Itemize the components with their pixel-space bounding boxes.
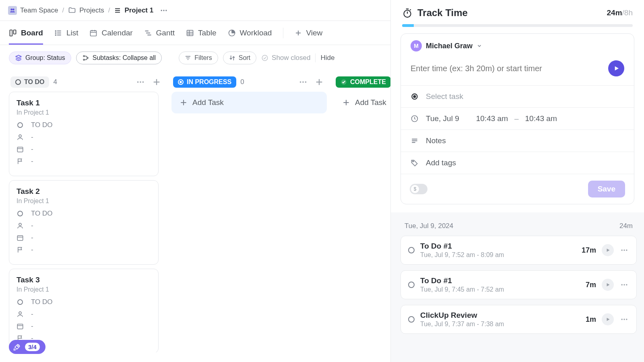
svg-point-31 bbox=[83, 59, 85, 60]
time-log-item[interactable]: ClickUp Review Tue, Jul 9, 7:37 am - 7:3… bbox=[400, 305, 637, 334]
task-date-row[interactable]: - bbox=[17, 322, 151, 330]
view-board[interactable]: Board bbox=[9, 21, 43, 45]
task-card[interactable]: Task 2 In Project 1 TO DO - - - bbox=[9, 180, 159, 265]
task-status-row[interactable]: TO DO bbox=[17, 210, 151, 218]
time-log-item[interactable]: To Do #1 Tue, Jul 9, 7:52 am - 8:09 am 1… bbox=[400, 236, 637, 265]
track-time-panel: Track Time 24m/8h M Michael Graw Select … bbox=[390, 0, 644, 362]
svg-point-32 bbox=[87, 58, 88, 59]
task-priority-row[interactable]: - bbox=[17, 157, 151, 165]
breadcrumb-project[interactable]: Project 1 bbox=[114, 6, 153, 14]
group-pill[interactable]: Group: Status bbox=[9, 51, 71, 64]
task-assignee-row[interactable]: - bbox=[17, 310, 151, 318]
rocket-icon bbox=[13, 343, 21, 351]
task-status-row[interactable]: TO DO bbox=[17, 121, 151, 129]
breadcrumb-folder[interactable]: Projects bbox=[68, 6, 104, 14]
task-status-row[interactable]: TO DO bbox=[17, 298, 151, 306]
log-play-button[interactable] bbox=[602, 279, 614, 291]
notes-row[interactable]: Notes bbox=[401, 130, 634, 152]
clock-icon bbox=[411, 115, 419, 123]
billable-toggle[interactable]: $ bbox=[410, 184, 427, 194]
add-task-label: Add Task bbox=[192, 98, 224, 107]
log-more-button[interactable] bbox=[619, 246, 629, 254]
view-gantt[interactable]: Gantt bbox=[144, 21, 175, 45]
view-add-label: View bbox=[306, 29, 322, 37]
hide-button[interactable]: Hide bbox=[320, 54, 334, 62]
time-log-area[interactable]: Tue, Jul 9, 2024 24m To Do #1 Tue, Jul 9… bbox=[391, 212, 644, 362]
svg-point-30 bbox=[83, 56, 85, 57]
onboarding-launcher[interactable]: 3/4 bbox=[9, 340, 45, 354]
task-priority-row[interactable]: - bbox=[17, 246, 151, 254]
time-range-row[interactable]: Tue, Jul 9 10:43 am – 10:43 am bbox=[401, 107, 634, 130]
view-add[interactable]: View bbox=[295, 21, 322, 45]
svg-point-50 bbox=[18, 300, 23, 304]
time-entry-card: M Michael Graw Select task Tue, Jul 9 10… bbox=[400, 33, 634, 204]
status-chip-complete[interactable]: COMPLETE bbox=[336, 76, 391, 88]
svg-point-54 bbox=[300, 81, 301, 83]
show-closed-label: Show closed bbox=[272, 54, 310, 62]
svg-rect-9 bbox=[14, 30, 16, 34]
card-list-todo[interactable]: Task 1 In Project 1 TO DO - - - Task 2 I… bbox=[9, 92, 164, 352]
svg-point-83 bbox=[623, 319, 625, 320]
user-select[interactable]: M Michael Graw bbox=[411, 40, 482, 51]
select-task-row[interactable]: Select task bbox=[401, 85, 634, 107]
svg-point-77 bbox=[623, 249, 625, 251]
svg-point-55 bbox=[302, 81, 304, 83]
svg-point-81 bbox=[626, 284, 627, 285]
task-date-row[interactable]: - bbox=[17, 234, 151, 242]
breadcrumb-project-label: Project 1 bbox=[124, 6, 153, 14]
column-progress-more[interactable] bbox=[297, 78, 309, 86]
column-progress-add[interactable] bbox=[313, 78, 325, 86]
view-list[interactable]: List bbox=[54, 21, 78, 45]
status-chip-todo[interactable]: TO DO bbox=[10, 76, 49, 88]
view-table[interactable]: Table bbox=[186, 21, 216, 45]
status-dot-icon bbox=[17, 121, 25, 129]
column-todo: TO DO 4 Task 1 In Project 1 TO DO - - - … bbox=[9, 72, 164, 352]
column-progress: IN PROGRESS 0 Add Task bbox=[171, 72, 327, 352]
add-task-progress[interactable]: Add Task bbox=[171, 92, 327, 113]
svg-point-43 bbox=[19, 135, 21, 137]
view-workload[interactable]: Workload bbox=[228, 21, 272, 45]
avatar: M bbox=[411, 40, 422, 51]
log-play-button[interactable] bbox=[602, 313, 614, 325]
time-input[interactable] bbox=[411, 64, 602, 73]
add-task-complete[interactable]: Add Task bbox=[334, 92, 398, 113]
panel-header: Track Time 24m/8h bbox=[391, 0, 644, 23]
status-chip-progress[interactable]: IN PROGRESS bbox=[173, 76, 236, 88]
show-closed-toggle[interactable]: Show closed bbox=[261, 54, 310, 62]
start-timer-button[interactable] bbox=[608, 60, 624, 76]
task-card[interactable]: Task 1 In Project 1 TO DO - - - bbox=[9, 92, 159, 176]
svg-rect-52 bbox=[17, 324, 23, 329]
filters-pill[interactable]: Filters bbox=[179, 51, 218, 64]
status-dot-icon bbox=[408, 247, 415, 253]
task-title: Task 3 bbox=[17, 276, 151, 284]
log-more-button[interactable] bbox=[619, 315, 629, 323]
column-todo-add[interactable] bbox=[151, 78, 163, 86]
svg-point-7 bbox=[165, 10, 167, 11]
subtasks-pill[interactable]: Subtasks: Collapse all bbox=[76, 51, 162, 64]
log-date: Tue, Jul 9, 2024 bbox=[405, 222, 453, 230]
log-play-button[interactable] bbox=[602, 244, 614, 256]
log-more-button[interactable] bbox=[619, 281, 629, 289]
column-todo-more[interactable] bbox=[134, 78, 147, 86]
svg-point-38 bbox=[140, 81, 141, 83]
log-item-range: Tue, Jul 9, 7:37 am - 7:38 am bbox=[420, 321, 580, 328]
task-assignee-row[interactable]: - bbox=[17, 222, 151, 230]
log-item-duration: 17m bbox=[582, 246, 596, 255]
filters-label: Filters bbox=[194, 54, 212, 62]
breadcrumb-space[interactable]: Team Space bbox=[8, 6, 58, 15]
stopwatch-icon bbox=[402, 8, 413, 18]
task-date-row[interactable]: - bbox=[17, 145, 151, 153]
view-calendar[interactable]: Calendar bbox=[89, 21, 132, 45]
task-title: Task 2 bbox=[17, 187, 151, 196]
save-button[interactable]: Save bbox=[588, 181, 625, 197]
task-assignee-row[interactable]: - bbox=[17, 133, 151, 141]
status-todo-label: TO DO bbox=[24, 78, 44, 86]
hide-label: Hide bbox=[320, 54, 334, 62]
project-more-button[interactable] bbox=[157, 6, 170, 14]
dollar-icon: $ bbox=[411, 185, 419, 193]
time-log-item[interactable]: To Do #1 Tue, Jul 9, 7:45 am - 7:52 am 7… bbox=[400, 270, 637, 299]
tags-row[interactable]: Add tags bbox=[401, 152, 634, 174]
sort-pill[interactable]: Sort bbox=[223, 51, 256, 64]
add-task-label: Add Task bbox=[355, 98, 386, 107]
svg-point-64 bbox=[17, 346, 19, 347]
